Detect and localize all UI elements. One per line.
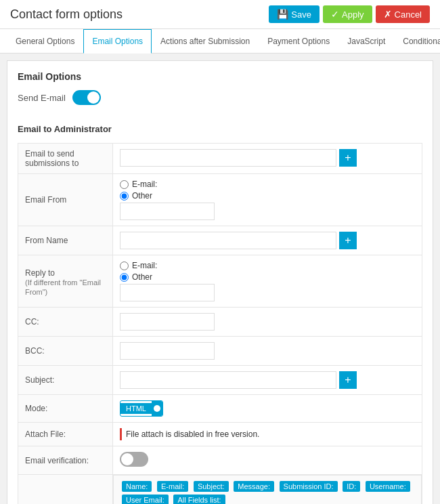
value-reply-to: E-mail: Other (113, 255, 422, 308)
table-row-reply-to: Reply to(If different from "Email From")… (18, 255, 422, 308)
tag-submission-id[interactable]: Submission ID: (280, 481, 338, 492)
value-verification (113, 446, 422, 475)
tab-javascript[interactable]: JavaScript (338, 29, 394, 54)
toggle-knob (87, 91, 100, 104)
email-from-option-other[interactable]: Other (120, 191, 415, 201)
tag-name[interactable]: Name: (122, 481, 152, 492)
tag-user-email[interactable]: User Email: (122, 495, 169, 504)
subject-input[interactable] (120, 371, 336, 389)
label-from-name: From Name (18, 226, 113, 255)
label-email-to: Email to send submissions to (18, 144, 113, 174)
table-row-email-to: Email to send submissions to + (18, 144, 422, 174)
apply-icon: ✓ (331, 9, 339, 20)
label-custom-text: Custom Text in Email For User (18, 475, 113, 505)
label-attach: Attach File: (18, 423, 113, 446)
cancel-button[interactable]: ✗ Cancel (376, 5, 430, 23)
value-subject: + (113, 366, 422, 395)
email-to-input[interactable] (120, 149, 336, 167)
mode-toggle[interactable]: HTML (120, 400, 163, 417)
mode-knob-inner (154, 405, 160, 412)
table-row-from-name: From Name + (18, 226, 422, 255)
page-header: Contact form options 💾 Save ✓ Apply ✗ Ca… (0, 0, 440, 29)
reply-to-other-input[interactable] (120, 284, 215, 301)
tab-actions-after-submission[interactable]: Actions after Submission (152, 29, 259, 54)
table-row-attach: Attach File: File attach is disabled in … (18, 423, 422, 446)
save-icon: 💾 (277, 9, 288, 20)
email-from-radio-email[interactable] (120, 180, 129, 189)
tab-payment-options[interactable]: Payment Options (259, 29, 338, 54)
send-email-label: Send E-mail (18, 93, 66, 103)
table-row-mode: Mode: HTML (18, 395, 422, 423)
value-email-from: E-mail: Other (113, 174, 422, 226)
tab-general-options[interactable]: General Options (7, 29, 83, 54)
reply-to-radio-email[interactable] (120, 261, 129, 270)
mode-toggle-knob (152, 401, 162, 416)
tag-username[interactable]: Username: (366, 481, 410, 492)
email-from-other-input[interactable] (120, 203, 215, 220)
send-email-row: Send E-mail (18, 90, 422, 105)
cc-input[interactable] (120, 313, 215, 331)
email-verification-toggle[interactable] (120, 452, 148, 467)
subject-input-row: + (120, 371, 415, 389)
label-cc: CC: (18, 308, 113, 337)
attach-notice: File attach is disabled in free version. (120, 428, 415, 440)
value-email-to: + (113, 144, 422, 174)
form-table: Email to send submissions to + Email Fro… (18, 143, 422, 504)
value-custom-text: Name: E-mail: Subject: Message: Submissi… (113, 475, 422, 505)
tab-email-options[interactable]: Email Options (83, 29, 152, 54)
email-to-input-row: + (120, 149, 415, 167)
value-from-name: + (113, 226, 422, 255)
reply-to-option-email[interactable]: E-mail: (120, 261, 415, 270)
reply-to-radio-other[interactable] (120, 273, 129, 282)
tag-id[interactable]: ID: (343, 481, 360, 492)
label-reply-to: Reply to(If different from "Email From") (18, 255, 113, 308)
table-row-email-from: Email From E-mail: Other (18, 174, 422, 226)
tab-conditional-fields[interactable]: Conditional Fields (394, 29, 440, 54)
value-attach: File attach is disabled in free version. (113, 423, 422, 446)
custom-text-tags-row: Name: E-mail: Subject: Message: Submissi… (113, 475, 422, 504)
send-email-toggle[interactable] (72, 90, 101, 105)
subject-plus-button[interactable]: + (339, 371, 357, 389)
section-heading: Email Options (18, 71, 422, 82)
table-row-cc: CC: (18, 308, 422, 337)
label-email-from: Email From (18, 174, 113, 226)
email-from-radio-other[interactable] (120, 192, 129, 201)
table-row-subject: Subject: + (18, 366, 422, 395)
reply-to-option-other[interactable]: Other (120, 272, 415, 282)
label-verification: Email verification: (18, 446, 113, 475)
save-button[interactable]: 💾 Save (269, 5, 320, 23)
tag-subject[interactable]: Subject: (194, 481, 229, 492)
table-row-custom-text: Custom Text in Email For User Name: E-ma… (18, 475, 422, 505)
attach-red-bar (120, 428, 122, 440)
tabs-container: General Options Email Options Actions af… (0, 29, 440, 54)
value-bcc (113, 337, 422, 366)
from-name-input-row: + (120, 232, 415, 249)
tag-all-fields[interactable]: All Fields list: (173, 495, 225, 504)
value-cc (113, 308, 422, 337)
email-from-option-email[interactable]: E-mail: (120, 180, 415, 189)
table-row-verification: Email verification: (18, 446, 422, 475)
table-row-bcc: BCC: (18, 337, 422, 366)
label-mode: Mode: (18, 395, 113, 423)
header-buttons: 💾 Save ✓ Apply ✗ Cancel (269, 5, 430, 23)
email-to-plus-button[interactable]: + (339, 149, 357, 167)
email-from-radio-group: E-mail: Other (120, 180, 415, 220)
attach-notice-text: File attach is disabled in free version. (126, 429, 259, 439)
label-bcc: BCC: (18, 337, 113, 366)
apply-button[interactable]: ✓ Apply (323, 5, 372, 23)
bcc-input[interactable] (120, 342, 215, 360)
verification-toggle-knob (121, 453, 133, 465)
from-name-plus-button[interactable]: + (339, 232, 357, 249)
tag-message[interactable]: Message: (234, 481, 274, 492)
value-mode: HTML (113, 395, 422, 423)
mode-html-option: HTML (120, 403, 152, 414)
reply-to-radio-group: E-mail: Other (120, 261, 415, 301)
content-area: Email Options Send E-mail Email to Admin… (7, 60, 433, 504)
cancel-icon: ✗ (384, 9, 392, 20)
sub-heading: Email to Administrator (18, 119, 422, 140)
tag-email[interactable]: E-mail: (157, 481, 188, 492)
from-name-input[interactable] (120, 232, 336, 249)
page-title: Contact form options (10, 7, 123, 22)
label-subject: Subject: (18, 366, 113, 395)
